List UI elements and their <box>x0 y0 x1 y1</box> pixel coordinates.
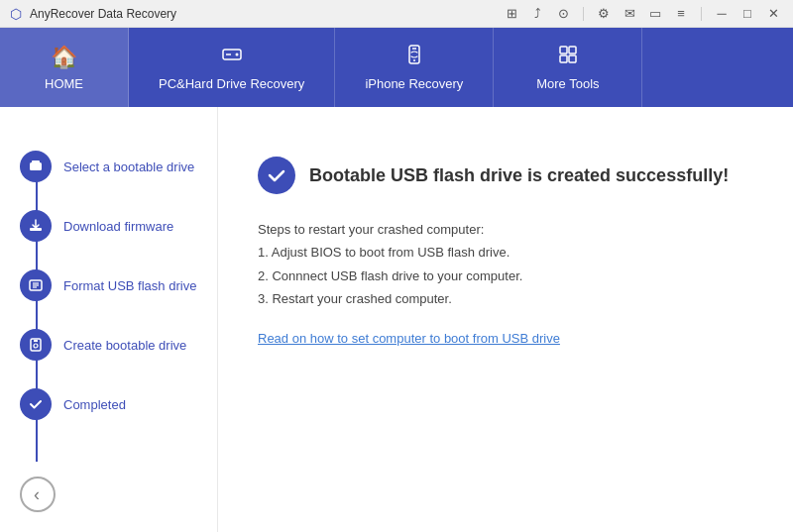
app-title: AnyRecover Data Recovery <box>30 7 176 21</box>
title-bar: ⬡ AnyRecover Data Recovery ⊞ ⤴ ⊙ ⚙ ✉ ▭ ≡… <box>0 0 793 28</box>
nav-pc-label: PC&Hard Drive Recovery <box>159 76 304 91</box>
nav-more-label: More Tools <box>536 76 599 91</box>
svg-rect-10 <box>30 162 42 170</box>
step-1-icon <box>20 151 52 182</box>
discord-icon[interactable]: ⊞ <box>502 4 521 23</box>
more-tools-icon <box>557 44 579 70</box>
nav-home[interactable]: 🏠 HOME <box>0 28 129 107</box>
separator <box>583 7 584 21</box>
svg-rect-9 <box>569 55 576 62</box>
svg-rect-6 <box>560 47 567 53</box>
step-2-icon <box>20 210 52 242</box>
maximize-button[interactable]: □ <box>737 4 757 23</box>
separator2 <box>701 7 702 21</box>
nav-home-label: HOME <box>45 76 83 91</box>
title-bar-controls: ⊞ ⤴ ⊙ ⚙ ✉ ▭ ≡ ─ □ ✕ <box>502 4 783 23</box>
mail-icon[interactable]: ✉ <box>620 4 639 23</box>
back-icon: ‹ <box>34 484 40 505</box>
nav-bar: 🏠 HOME PC&Hard Drive Recovery iPhone Rec… <box>0 28 793 107</box>
step-3-label: Format USB flash drive <box>63 278 196 293</box>
iphone-icon <box>403 44 425 70</box>
step-5-label: Completed <box>63 397 126 412</box>
app-icon: ⬡ <box>10 6 22 22</box>
user-icon[interactable]: ⊙ <box>553 4 573 23</box>
step-download-firmware: Download firmware <box>20 196 197 256</box>
nav-iphone-recovery[interactable]: iPhone Recovery <box>335 28 494 107</box>
home-icon: 🏠 <box>51 45 77 70</box>
svg-point-4 <box>413 59 415 61</box>
step-select-drive: Select a bootable drive <box>20 137 197 196</box>
step-desc-1: 1. Adjust BIOS to boot from USB flash dr… <box>258 241 753 264</box>
svg-rect-19 <box>34 340 38 342</box>
monitor-icon[interactable]: ▭ <box>645 4 665 23</box>
nav-iphone-label: iPhone Recovery <box>365 76 463 91</box>
sidebar: Select a bootable drive Download firmwar… <box>0 107 218 532</box>
settings-icon[interactable]: ⚙ <box>594 4 614 23</box>
read-more-link[interactable]: Read on how to set computer to boot from… <box>258 331 753 346</box>
svg-point-1 <box>235 53 238 56</box>
step-desc-2: 2. Connnect USB flash drive to your comp… <box>258 265 753 287</box>
svg-point-18 <box>34 344 38 348</box>
step-4-label: Create bootable drive <box>63 338 186 353</box>
nav-spacer <box>642 28 793 107</box>
nav-pc-recovery[interactable]: PC&Hard Drive Recovery <box>129 28 335 107</box>
share-icon[interactable]: ⤴ <box>527 4 547 23</box>
minimize-button[interactable]: ─ <box>712 4 732 23</box>
svg-rect-8 <box>560 55 567 62</box>
title-bar-left: ⬡ AnyRecover Data Recovery <box>10 6 176 22</box>
step-format-usb: Format USB flash drive <box>20 256 197 315</box>
close-button[interactable]: ✕ <box>763 4 783 23</box>
main-content: Select a bootable drive Download firmwar… <box>0 107 793 532</box>
step-2-label: Download firmware <box>63 219 173 234</box>
right-content: Bootable USB flash drive is created succ… <box>218 107 793 532</box>
step-3-icon <box>20 269 52 301</box>
step-4-icon <box>20 329 52 361</box>
success-header: Bootable USB flash drive is created succ… <box>258 157 753 194</box>
step-desc-3: 3. Restart your crashed computer. <box>258 287 753 310</box>
step-5-icon <box>20 388 52 420</box>
nav-more-tools[interactable]: More Tools <box>494 28 642 107</box>
steps-heading: Steps to restart your crashed computer: <box>258 218 753 241</box>
hdd-icon <box>221 44 243 70</box>
steps-description: Steps to restart your crashed computer: … <box>258 218 753 311</box>
step-1-label: Select a bootable drive <box>63 160 194 174</box>
success-title: Bootable USB flash drive is created succ… <box>309 165 729 186</box>
svg-rect-11 <box>32 160 40 163</box>
back-button[interactable]: ‹ <box>20 477 56 512</box>
step-completed: Completed <box>20 374 197 434</box>
menu-icon[interactable]: ≡ <box>671 4 691 23</box>
success-checkmark-icon <box>258 157 295 194</box>
step-create-bootable: Create bootable drive <box>20 315 197 374</box>
svg-rect-7 <box>569 47 576 53</box>
